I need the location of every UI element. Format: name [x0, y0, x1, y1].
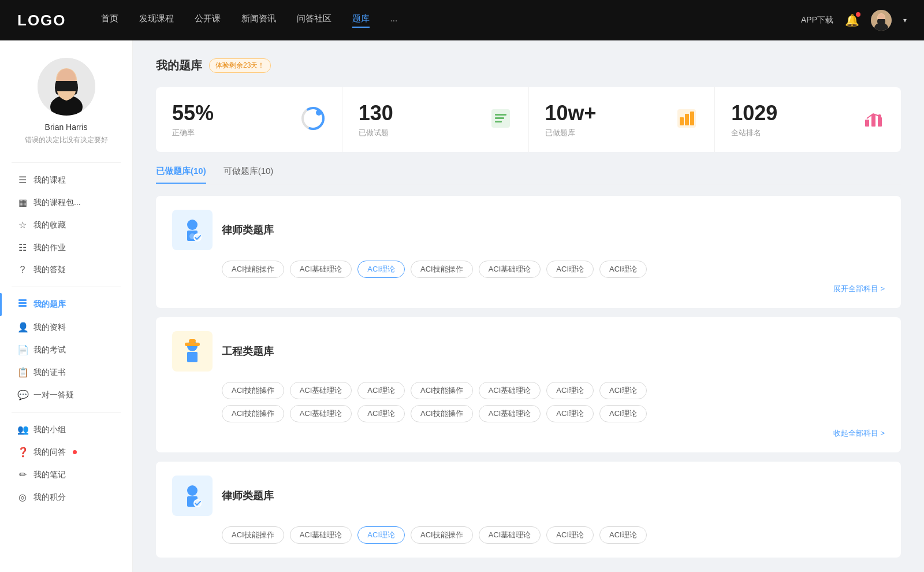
tag[interactable]: ACI技能操作 — [222, 405, 284, 422]
user-menu-chevron[interactable]: ▾ — [903, 16, 907, 24]
tag[interactable]: ACI理论 — [599, 382, 647, 399]
svg-rect-19 — [680, 117, 684, 125]
qbank-card-engineer: 工程类题库 ACI技能操作 ACI基础理论 ACI理论 ACI技能操作 ACI基… — [156, 317, 901, 452]
tag-active[interactable]: ACI理论 — [357, 261, 405, 278]
group-icon: 👥 — [17, 424, 28, 435]
tag[interactable]: ACI基础理论 — [290, 261, 352, 278]
nav-qa[interactable]: 问答社区 — [297, 13, 331, 28]
qbank-footer-1: 展开全部科目 > — [172, 284, 885, 294]
qbank-footer-2: 收起全部科目 > — [172, 428, 885, 439]
points-icon: ◎ — [17, 492, 28, 503]
nav-right: APP下载 🔔 ▾ — [801, 10, 907, 31]
tag[interactable]: ACI理论 — [357, 405, 405, 422]
collapse-link[interactable]: 收起全部科目 > — [833, 428, 885, 439]
tag[interactable]: ACI技能操作 — [222, 261, 284, 278]
notes-icon: ✏ — [17, 469, 28, 480]
nav-open-course[interactable]: 公开课 — [195, 13, 221, 28]
tag[interactable]: ACI基础理论 — [290, 526, 352, 544]
my-qa-icon: ❓ — [17, 447, 28, 458]
homework-icon: ☷ — [17, 242, 28, 253]
tag[interactable]: ACI理论 — [357, 382, 405, 399]
sidebar-item-points[interactable]: ◎ 我的积分 — [0, 486, 132, 508]
unread-dot — [73, 450, 77, 454]
tag[interactable]: ACI理论 — [546, 382, 594, 399]
nav-home[interactable]: 首页 — [101, 13, 118, 28]
sidebar-item-homework[interactable]: ☷ 我的作业 — [0, 236, 132, 259]
tag[interactable]: ACI技能操作 — [411, 382, 473, 399]
svg-rect-21 — [690, 112, 694, 125]
sidebar-item-label: 我的课程包... — [33, 198, 81, 208]
svg-rect-10 — [18, 305, 27, 307]
navbar: LOGO 首页 发现课程 公开课 新闻资讯 问答社区 题库 ... APP下载 … — [0, 0, 924, 40]
qbank-lawyer-icon — [172, 210, 213, 250]
sidebar-item-qa[interactable]: ? 我的答疑 — [0, 259, 132, 281]
sidebar-item-course-pack[interactable]: ▦ 我的课程包... — [0, 191, 132, 214]
sidebar-divider-3 — [12, 412, 121, 413]
svg-rect-34 — [189, 339, 196, 343]
tag[interactable]: ACI理论 — [599, 405, 647, 422]
sidebar-item-favorites[interactable]: ☆ 我的收藏 — [0, 214, 132, 236]
nav-qbank[interactable]: 题库 — [352, 13, 370, 28]
user-avatar[interactable] — [871, 10, 892, 31]
sidebar-user-motto: 错误的决定比没有决定要好 — [25, 135, 108, 145]
sidebar-item-group[interactable]: 👥 我的小组 — [0, 418, 132, 441]
tag[interactable]: ACI理论 — [546, 261, 594, 278]
expand-link[interactable]: 展开全部科目 > — [833, 284, 885, 294]
nav-discover[interactable]: 发现课程 — [139, 13, 174, 28]
sidebar-item-exam[interactable]: 📄 我的考试 — [0, 339, 132, 361]
svg-rect-24 — [878, 117, 882, 127]
tag[interactable]: ACI基础理论 — [290, 382, 352, 399]
svg-rect-15 — [495, 114, 506, 116]
rank-value: 1029 — [731, 101, 777, 125]
profile-avatar-image — [38, 58, 95, 116]
sidebar-item-profile[interactable]: 👤 我的资料 — [0, 316, 132, 339]
qbank-engineer-icon — [172, 331, 213, 372]
notification-bell[interactable]: 🔔 — [845, 13, 859, 27]
svg-point-25 — [878, 114, 881, 118]
tag[interactable]: ACI理论 — [599, 526, 647, 544]
star-icon: ☆ — [17, 220, 28, 231]
qbank-card-header: 律师类题库 — [172, 476, 885, 516]
tag[interactable]: ACI理论 — [546, 526, 594, 544]
svg-rect-32 — [187, 352, 198, 362]
tag[interactable]: ACI技能操作 — [411, 526, 473, 544]
rank-icon — [862, 107, 885, 132]
sidebar-item-label: 我的答疑 — [33, 265, 66, 275]
profile-icon: 👤 — [17, 322, 28, 333]
tag[interactable]: ACI基础理论 — [479, 261, 541, 278]
sidebar-item-notes[interactable]: ✏ 我的笔记 — [0, 463, 132, 486]
sidebar-item-label: 我的证书 — [33, 367, 66, 378]
sidebar-item-label: 我的小组 — [33, 425, 66, 435]
app-download-btn[interactable]: APP下载 — [801, 15, 833, 25]
main-layout: Brian Harris 错误的决定比没有决定要好 ☰ 我的课程 ▦ 我的课程包… — [0, 40, 924, 572]
tag[interactable]: ACI基础理论 — [290, 405, 352, 422]
tag[interactable]: ACI技能操作 — [222, 382, 284, 399]
sidebar-item-one-on-one[interactable]: 💬 一对一答疑 — [0, 384, 132, 406]
sidebar-item-my-qa2[interactable]: ❓ 我的问答 — [0, 441, 132, 463]
qbank-card-lawyer-1: 律师类题库 ACI技能操作 ACI基础理论 ACI理论 ACI技能操作 ACI基… — [156, 196, 901, 308]
course-pack-icon: ▦ — [17, 197, 28, 208]
tab-done[interactable]: 已做题库(10) — [156, 166, 206, 184]
qbank-tags-lawyer-2: ACI技能操作 ACI基础理论 ACI理论 ACI技能操作 ACI基础理论 AC… — [222, 526, 885, 544]
nav-more[interactable]: ... — [390, 13, 398, 28]
qbank-card-header: 工程类题库 — [172, 331, 885, 372]
tag-active[interactable]: ACI理论 — [357, 526, 405, 544]
sidebar-item-cert[interactable]: 📋 我的证书 — [0, 361, 132, 384]
sidebar-item-label: 我的资料 — [33, 322, 66, 333]
nav-news[interactable]: 新闻资讯 — [241, 13, 276, 28]
stat-done-banks: 10w+ 已做题库 — [529, 87, 716, 152]
tag[interactable]: ACI理论 — [599, 261, 647, 278]
svg-rect-20 — [685, 114, 689, 125]
tag[interactable]: ACI基础理论 — [479, 405, 541, 422]
qbank-title-lawyer-1: 律师类题库 — [222, 223, 274, 237]
sidebar-divider-2 — [12, 287, 121, 287]
tag[interactable]: ACI基础理论 — [479, 526, 541, 544]
tag[interactable]: ACI技能操作 — [411, 405, 473, 422]
tag[interactable]: ACI理论 — [546, 405, 594, 422]
tag[interactable]: ACI技能操作 — [411, 261, 473, 278]
tab-todo[interactable]: 可做题库(10) — [223, 166, 274, 184]
sidebar-item-my-course[interactable]: ☰ 我的课程 — [0, 169, 132, 191]
tag[interactable]: ACI基础理论 — [479, 382, 541, 399]
sidebar-item-qbank[interactable]: 我的题库 — [0, 293, 132, 316]
tag[interactable]: ACI技能操作 — [222, 526, 284, 544]
